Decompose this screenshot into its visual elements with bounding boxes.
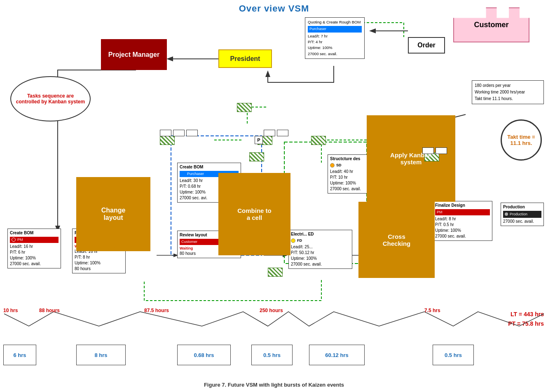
electrical-des-box: Electri... ED FD Lead/t: 25... P/T: 50.1… bbox=[288, 230, 352, 269]
inv-box-4 bbox=[311, 136, 326, 145]
elecdes-pt: P/T: 50.12 hr bbox=[291, 250, 350, 256]
findes-header: Finalize Design bbox=[435, 203, 490, 208]
buffer-4 bbox=[264, 130, 275, 136]
order-label: Order bbox=[417, 42, 436, 49]
buffer-1 bbox=[160, 130, 171, 136]
kaizen-burst-1: Change layout bbox=[76, 177, 150, 251]
buffer-2 bbox=[173, 130, 185, 136]
side-info-box: 180 orders per year Working time 2000 hr… bbox=[472, 80, 544, 104]
time-box-4: 0.68 hrs bbox=[177, 345, 231, 365]
svg-marker-14 bbox=[358, 204, 435, 276]
findes-role: PM bbox=[435, 209, 490, 215]
time-box-7: 60.12 hrs bbox=[309, 345, 365, 365]
cbom-center-header: Create BOM bbox=[180, 164, 239, 170]
kaizen-burst-4: Cross Checking bbox=[358, 202, 435, 278]
president-box: President bbox=[218, 49, 272, 68]
elecdes-avail: 27000 sec. avail. bbox=[291, 261, 350, 267]
quoting-avail: 27000 sec. avail. bbox=[308, 51, 362, 57]
cbom-left-lead: Lead/t: 16 hr bbox=[10, 244, 59, 250]
main-container: Over view VSM Customer Order Quoting & C… bbox=[0, 0, 548, 392]
inv-box-2 bbox=[237, 103, 252, 112]
elecdes-lead: Lead/t: 25... bbox=[291, 244, 350, 250]
rbom-avail: 80 hours bbox=[75, 266, 123, 272]
side-info-line1: 180 orders per year bbox=[475, 82, 541, 89]
side-info-line2: Working time 2000 hrs/year bbox=[475, 89, 541, 96]
finalize-design-box: Finalize Design PM Lead/t: 8 hr P/T: 0.5… bbox=[433, 201, 492, 241]
cbom-left-pt: P/T: 6 hr bbox=[10, 250, 59, 255]
time-gap-7: 7.5 hrs bbox=[424, 308, 440, 313]
time-box-2: 8 hrs bbox=[76, 345, 126, 365]
kanban-text: Tasks sequence are controlled by Kanban … bbox=[15, 93, 86, 105]
svg-marker-11 bbox=[76, 179, 150, 250]
prod-avail: 27000 sec. avail. bbox=[503, 219, 541, 224]
rbom-uptime: Uptime: 100% bbox=[75, 260, 123, 266]
order-box: Order bbox=[408, 37, 445, 54]
takt-circle-text: Takt time = 11.1 hrs. bbox=[502, 134, 541, 146]
prod-header: Production bbox=[503, 204, 541, 210]
time-gap-3: 87.5 hours bbox=[144, 308, 169, 313]
time-gap-0: 10 hrs bbox=[3, 308, 18, 313]
rbom-pt: P/T: 8 hr bbox=[75, 254, 123, 260]
buffer-6 bbox=[422, 147, 434, 154]
buffer-5 bbox=[277, 130, 288, 136]
time-box-9: 0.5 hrs bbox=[433, 345, 474, 365]
inv-box-7 bbox=[249, 152, 264, 161]
prod-sub: Production bbox=[503, 211, 541, 218]
findes-lead: Lead/t: 8 hr bbox=[435, 216, 490, 222]
kaizen-burst-3: Apply Kanban system bbox=[367, 115, 455, 202]
create-bom-left-box: Create BOM PM Lead/t: 16 hr P/T: 6 hr Up… bbox=[7, 229, 61, 268]
quoting-role: Purchaser bbox=[308, 26, 362, 33]
quoting-box: Quoting & Create Rough BOM Purchaser Lea… bbox=[305, 17, 365, 59]
inv-box-6 bbox=[268, 268, 283, 277]
elecdes-header: Electri... ED bbox=[291, 231, 350, 237]
findes-avail: 27000 sec. avail. bbox=[435, 233, 490, 239]
quoting-pt: P/T: 4 hr bbox=[308, 39, 362, 45]
findes-uptime: Uptime: 100% bbox=[435, 228, 490, 233]
svg-marker-12 bbox=[218, 180, 290, 248]
svg-marker-13 bbox=[368, 117, 454, 200]
buffer-7 bbox=[436, 147, 447, 154]
cbom-left-header: Create BOM bbox=[10, 230, 59, 236]
quoting-header: Quoting & Create Rough BOM bbox=[308, 19, 362, 25]
buffer-3 bbox=[186, 130, 198, 136]
takt-time-circle: Takt time = 11.1 hrs. bbox=[501, 119, 542, 161]
cbom-left-role: PM bbox=[10, 237, 59, 243]
time-gap-1: 88 hours bbox=[39, 308, 60, 313]
elecdes-uptime: Uptime: 100% bbox=[291, 256, 350, 261]
kanban-ellipse: Tasks sequence are controlled by Kanban … bbox=[10, 76, 91, 121]
p-label: P bbox=[255, 136, 263, 144]
time-box-0: 6 hrs bbox=[3, 345, 36, 365]
quoting-uptime: Uptime: 100% bbox=[308, 45, 362, 51]
customer-label: Customer bbox=[474, 21, 508, 29]
time-box-5: 0.5 hrs bbox=[251, 345, 293, 365]
elecdes-role: FD bbox=[291, 238, 350, 243]
quoting-lead: Lead/t: 7 hr bbox=[308, 33, 362, 39]
cbom-left-uptime: Uptime: 100% bbox=[10, 255, 59, 261]
side-info-line3: Takt time 11.1 hours. bbox=[475, 96, 541, 102]
production-box: Production Production 27000 sec. avail. bbox=[501, 203, 544, 226]
president-label: President bbox=[230, 55, 260, 63]
timeline-area: 10 hrs 88 hours 87.5 hours 250 hours 7.5… bbox=[0, 308, 548, 365]
inv-box-1 bbox=[160, 136, 175, 145]
pm-label: Project Manager bbox=[108, 51, 159, 58]
findes-pt: P/T: 0.5 hr bbox=[435, 222, 490, 228]
time-gap-5: 250 hours bbox=[260, 308, 283, 313]
page-title: Over view VSM bbox=[0, 0, 548, 14]
kaizen-burst-2: Combine to a cell bbox=[218, 173, 290, 255]
figure-caption: Figure 7. Future VSM with light bursts o… bbox=[204, 382, 344, 388]
cbom-left-avail: 27000 sec. avail. bbox=[10, 261, 59, 267]
project-manager-box: Project Manager bbox=[101, 39, 167, 70]
